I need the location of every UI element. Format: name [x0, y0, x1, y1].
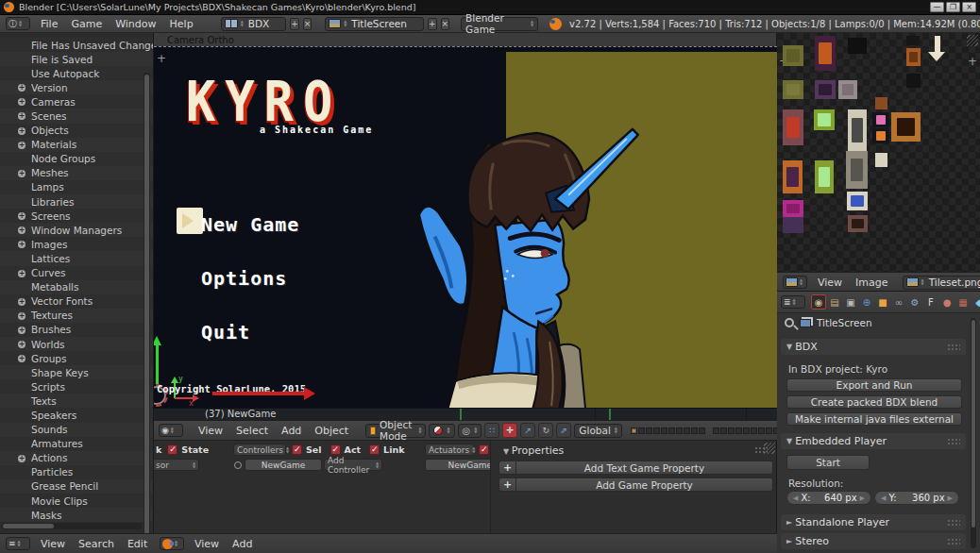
viewport-shading-select[interactable] — [429, 424, 454, 438]
panel-grip-icon[interactable] — [947, 538, 960, 545]
layer-cell[interactable] — [735, 427, 742, 434]
menu-item-view[interactable]: View — [811, 276, 849, 289]
menu-item-help[interactable]: Help — [163, 18, 200, 30]
screen-layout-selector[interactable]: BDX — [221, 17, 287, 31]
start-button[interactable]: Start — [786, 455, 870, 470]
region-expand-icon[interactable]: + — [968, 56, 977, 67]
bdx-panel-header[interactable]: BDX — [781, 339, 966, 355]
outliner-item-libraries[interactable]: Libraries — [0, 194, 153, 209]
menu-item-object[interactable]: Object — [308, 425, 355, 437]
standalone-player-panel-header[interactable]: Standalone Player — [781, 514, 966, 530]
outliner-item-curves[interactable]: Curves — [0, 266, 153, 280]
increment-icon[interactable]: ▶ — [948, 494, 953, 502]
layer-cell[interactable] — [699, 427, 705, 434]
resize-grip-icon[interactable] — [764, 443, 775, 454]
menu-item-view[interactable]: View — [34, 538, 72, 550]
scale-manipulator-button[interactable]: ⇗ — [556, 423, 571, 438]
scene-tab[interactable]: ▣ — [843, 294, 858, 310]
properties-editor-selector[interactable]: ≣ — [781, 295, 805, 309]
add-scene-button[interactable]: + — [428, 18, 437, 30]
menu-item-window[interactable]: Window — [109, 18, 162, 30]
outliner-item-texts[interactable]: Texts — [0, 394, 153, 408]
properties-scrollbar[interactable] — [971, 318, 976, 548]
orientation-select[interactable]: Global — [574, 424, 622, 438]
outliner-item-textures[interactable]: Textures — [0, 309, 153, 323]
outliner-item-images[interactable]: Images — [0, 237, 153, 251]
logic-editor[interactable]: k State Controllers Sel Act Link Actuato… — [154, 441, 777, 533]
move-manipulator-button[interactable]: ↗ — [520, 423, 535, 438]
create-packed-blend-button[interactable]: Create packed BDX blend — [786, 395, 962, 409]
logic-bricks-canvas[interactable]: k State Controllers Sel Act Link Actuato… — [154, 441, 491, 533]
outliner-item-armatures[interactable]: Armatures — [0, 437, 153, 451]
scene-selector[interactable]: TitleScreen — [325, 17, 424, 31]
render-layers-tab[interactable]: ▤ — [827, 294, 842, 310]
act-checkbox[interactable] — [330, 444, 341, 455]
outliner-item-groups[interactable]: Groups — [0, 351, 153, 365]
menu-item-view[interactable]: View — [192, 425, 229, 437]
layer-grid-1[interactable] — [631, 427, 706, 434]
outliner-item-file-is-saved[interactable]: File is Saved — [0, 52, 153, 66]
add-controller-dropdown[interactable]: Add Controller — [324, 459, 382, 471]
close-layout-button[interactable]: × — [303, 18, 313, 30]
panel-grip-icon[interactable] — [947, 519, 960, 526]
state-checkbox[interactable] — [167, 444, 177, 455]
physics-tab[interactable]: ◆ — [972, 294, 980, 310]
3d-viewport[interactable]: Camera Ortho + — [154, 33, 777, 420]
outliner-item-movie-clips[interactable]: Movie Clips — [0, 494, 153, 508]
actuator-sel-checkbox[interactable] — [479, 444, 489, 455]
outliner-item-worlds[interactable]: Worlds — [0, 337, 153, 351]
font-tab[interactable]: F — [923, 294, 938, 310]
outliner-item-speakers[interactable]: Speakers — [0, 408, 153, 422]
make-java-external-button[interactable]: Make internal java files external — [786, 412, 962, 426]
mode-select[interactable]: Object Mode — [365, 424, 426, 438]
outliner-horizontal-scrollbar[interactable] — [2, 523, 142, 529]
pivot-point-select[interactable]: ◎ — [458, 424, 482, 438]
menu-item-search[interactable]: Search — [72, 538, 121, 550]
add-sensor-dropdown[interactable]: sor — [154, 459, 199, 471]
outliner-item-meshes[interactable]: Meshes — [0, 166, 153, 180]
scene-name[interactable]: TitleScreen — [349, 18, 420, 29]
controller-object-button[interactable]: NewGame — [245, 459, 322, 471]
image-selector[interactable]: Tileset.png — [903, 276, 980, 290]
image-name[interactable]: Tileset.png — [927, 276, 980, 288]
image-editor-selector[interactable] — [783, 276, 807, 289]
outliner-item-window-managers[interactable]: Window Managers — [0, 223, 153, 237]
decrement-icon[interactable]: ◀ — [881, 494, 886, 502]
engine-select[interactable]: Blender Game — [461, 17, 538, 31]
outliner-item-version[interactable]: Version — [0, 80, 153, 94]
menu-item-add[interactable]: Add — [226, 538, 259, 550]
panel-grip-icon[interactable] — [947, 344, 960, 350]
outliner-item-cameras[interactable]: Cameras — [0, 94, 153, 109]
translate-manipulator-button[interactable]: ✛ — [502, 423, 517, 438]
export-and-run-button[interactable]: Export and Run — [786, 378, 962, 392]
layer-cell[interactable] — [668, 427, 675, 434]
increment-icon[interactable]: ▶ — [860, 494, 865, 502]
panel-grip-icon[interactable] — [947, 438, 960, 444]
pin-icon[interactable] — [785, 318, 794, 327]
menu-item-game[interactable]: Game — [64, 18, 109, 30]
menu-item-view[interactable]: View — [188, 538, 226, 550]
render-tab[interactable]: ◉ — [811, 294, 826, 310]
outliner-item-vector-fonts[interactable]: Vector Fonts — [0, 294, 153, 309]
viewport-canvas[interactable]: + — [154, 46, 777, 408]
add-game-property-button[interactable]: Add Game Property — [498, 478, 773, 492]
layer-cell[interactable] — [758, 427, 765, 434]
resolution-x-field[interactable]: ◀ X: 640 px ▶ — [786, 491, 871, 505]
layer-cell[interactable] — [713, 427, 719, 434]
outliner-item-objects[interactable]: Objects — [0, 124, 153, 138]
resize-grip-icon[interactable] — [967, 35, 978, 46]
stereo-panel-header[interactable]: Stereo — [781, 533, 966, 549]
layer-cell[interactable] — [728, 427, 735, 434]
outliner-item-masks[interactable]: Masks — [0, 508, 153, 522]
outliner-item-shape-keys[interactable]: Shape Keys — [0, 365, 153, 379]
world-tab[interactable]: ⊕ — [859, 294, 874, 310]
outliner-item-lattices[interactable]: Lattices — [0, 251, 153, 265]
screen-layout-name[interactable]: BDX — [246, 18, 282, 29]
outliner-item-file-has-unsaved-changes[interactable]: File Has Unsaved Changes — [0, 38, 153, 52]
modifiers-tab[interactable]: ⚙ — [907, 294, 922, 310]
outliner-item-node-groups[interactable]: Node Groups — [0, 152, 153, 166]
layer-grid-2[interactable] — [713, 427, 777, 434]
actuators-menu[interactable]: Actuators — [425, 444, 474, 456]
manipulator-toggle[interactable]: ∷ — [484, 423, 499, 438]
info-editor-selector[interactable]: ⓘ — [6, 17, 30, 30]
